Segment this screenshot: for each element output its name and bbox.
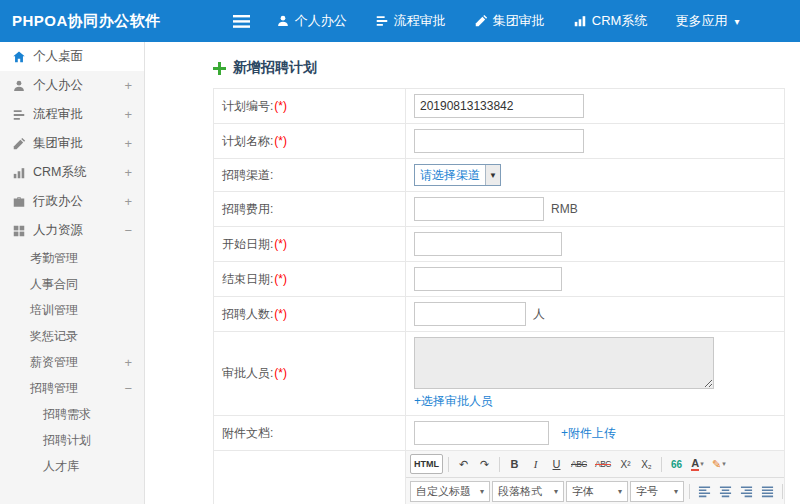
field-value-cell: RMB [406, 192, 785, 227]
nav-more-apps[interactable]: 更多应用 ▾ [661, 0, 753, 42]
field-label: 招聘费用: [222, 202, 273, 216]
sidebar-item-group-approval[interactable]: 集团审批 + [0, 129, 144, 158]
form-row-fee: 招聘费用: RMB [214, 192, 785, 227]
field-label: 计划名称: [222, 134, 273, 148]
select-approvers-link[interactable]: +选择审批人员 [414, 393, 493, 410]
edit-icon [12, 137, 26, 151]
align-left-icon[interactable] [695, 482, 714, 502]
field-label-cell: 附件文档: [214, 416, 406, 451]
channel-select[interactable]: 请选择渠道 ▼ [414, 164, 501, 186]
align-right-icon[interactable] [737, 482, 756, 502]
font-color-button[interactable]: A▾ [688, 454, 707, 474]
headcount-input[interactable] [414, 302, 526, 326]
expand-toggle[interactable]: + [124, 165, 144, 180]
highlight-button[interactable]: ✎▾ [709, 454, 729, 474]
attachment-upload-link[interactable]: +附件上传 [561, 426, 616, 440]
expand-toggle[interactable]: − [124, 381, 144, 396]
sidebar-item-talent-pool[interactable]: 人才库 [0, 453, 144, 479]
caret-down-icon: ▾ [480, 487, 484, 496]
sidebar-item-recruit-demand[interactable]: 招聘需求 [0, 401, 144, 427]
field-value-cell [406, 227, 785, 262]
user-icon [276, 14, 290, 28]
undo-icon[interactable]: ↶ [454, 454, 473, 474]
toolbar-separator [689, 484, 690, 499]
blockquote-button[interactable]: 66 [667, 454, 686, 474]
sidebar-item-workflow-approval[interactable]: 流程审批 + [0, 100, 144, 129]
sidebar-item-label: 行政办公 [33, 193, 83, 210]
font-family-dropdown[interactable]: 字体▾ [566, 481, 628, 502]
sidebar-item-label: 培训管理 [30, 302, 78, 319]
nav-crm-system[interactable]: CRM系统 [559, 0, 662, 42]
remove-format-button[interactable]: ABC [592, 454, 614, 474]
nav-group-approval[interactable]: 集团审批 [460, 0, 559, 42]
sidebar-item-personal-office[interactable]: 个人办公 + [0, 71, 144, 100]
redo-icon[interactable]: ↷ [475, 454, 494, 474]
plan-number-input[interactable] [414, 94, 584, 118]
nav-personal-office[interactable]: 个人办公 [262, 0, 361, 42]
sidebar-item-label: 个人桌面 [33, 48, 83, 65]
dropdown-label: 字体 [572, 484, 594, 499]
html-source-button[interactable]: HTML [410, 454, 443, 474]
custom-title-dropdown[interactable]: 自定义标题▾ [410, 481, 490, 502]
caret-down-icon: ▾ [700, 460, 704, 468]
sidebar-item-admin-office[interactable]: 行政办公 + [0, 187, 144, 216]
expand-toggle[interactable]: + [124, 107, 144, 122]
font-size-dropdown[interactable]: 字号▾ [630, 481, 684, 502]
sidebar-item-rewards[interactable]: 奖惩记录 [0, 323, 144, 349]
required-marker: (*) [274, 272, 287, 286]
sidebar-item-label: 考勤管理 [30, 250, 78, 267]
field-value-cell: +选择审批人员 [406, 332, 785, 416]
form-row-approvers: 审批人员:(*) +选择审批人员 [214, 332, 785, 416]
required-marker: (*) [274, 307, 287, 321]
expand-toggle[interactable]: + [124, 136, 144, 151]
underline-button[interactable]: U [547, 454, 566, 474]
end-date-input[interactable] [414, 267, 562, 291]
plan-name-input[interactable] [414, 129, 584, 153]
form-row-headcount: 招聘人数:(*) 人 [214, 297, 785, 332]
approvers-textarea[interactable] [414, 337, 714, 389]
sidebar-item-salary[interactable]: 薪资管理 + [0, 349, 144, 375]
expand-toggle[interactable]: − [124, 223, 144, 238]
required-marker: (*) [274, 366, 287, 380]
field-label-cell: 计划编号:(*) [214, 89, 406, 124]
paragraph-format-dropdown[interactable]: 段落格式▾ [492, 481, 564, 502]
sidebar-item-human-resources[interactable]: 人力资源 − [0, 216, 144, 245]
bold-button[interactable]: B [505, 454, 524, 474]
align-justify-icon[interactable] [758, 482, 777, 502]
menu-toggle-button[interactable] [221, 15, 262, 28]
sidebar-item-hr-contract[interactable]: 人事合同 [0, 271, 144, 297]
italic-button[interactable]: I [526, 454, 545, 474]
expand-toggle[interactable]: + [124, 355, 144, 370]
sidebar-item-training[interactable]: 培训管理 [0, 297, 144, 323]
dropdown-label: 段落格式 [498, 484, 542, 499]
required-marker: (*) [274, 99, 287, 113]
superscript-button[interactable]: X² [616, 454, 635, 474]
nav-workflow-approval[interactable]: 流程审批 [361, 0, 460, 42]
sidebar-item-attendance[interactable]: 考勤管理 [0, 245, 144, 271]
sidebar-item-recruit-plan[interactable]: 招聘计划 [0, 427, 144, 453]
app-brand: PHPOA协同办公软件 [0, 12, 173, 31]
expand-toggle[interactable]: + [124, 78, 144, 93]
topbar: PHPOA协同办公软件 个人办公 流程审批 集团审批 CRM系统 [0, 0, 800, 42]
field-label-cell: 结束日期:(*) [214, 262, 406, 297]
start-date-input[interactable] [414, 232, 562, 256]
chart-icon [573, 14, 587, 28]
sidebar-item-label: 招聘计划 [43, 432, 91, 449]
caret-down-icon: ▾ [734, 16, 739, 27]
subscript-button[interactable]: X₂ [637, 454, 656, 474]
nav-label: 流程审批 [394, 12, 446, 30]
caret-down-icon: ▼ [485, 165, 500, 185]
field-label-cell [214, 451, 406, 504]
strikethrough-button[interactable]: ABC [568, 454, 590, 474]
fee-input[interactable] [414, 197, 544, 221]
sidebar-item-label: 集团审批 [33, 135, 83, 152]
attachment-input[interactable] [414, 421, 549, 445]
font-color-icon: A [691, 457, 699, 471]
align-center-icon[interactable] [716, 482, 735, 502]
sidebar-item-label: 个人办公 [33, 77, 83, 94]
field-label-cell: 招聘费用: [214, 192, 406, 227]
expand-toggle[interactable]: + [124, 194, 144, 209]
sidebar-item-desktop[interactable]: 个人桌面 [0, 42, 144, 71]
sidebar-item-crm[interactable]: CRM系统 + [0, 158, 144, 187]
sidebar-item-recruitment[interactable]: 招聘管理 − [0, 375, 144, 401]
